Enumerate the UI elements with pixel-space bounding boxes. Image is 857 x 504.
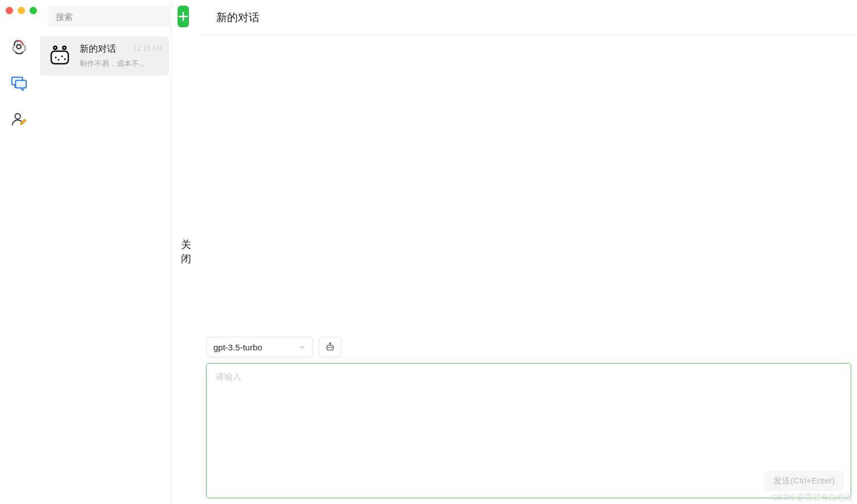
chat-icon bbox=[10, 75, 27, 92]
rail-logo[interactable] bbox=[7, 35, 30, 58]
message-input[interactable] bbox=[207, 363, 851, 498]
main-pane: 新的对话 gpt-3.5-turbo bbox=[200, 0, 857, 504]
conversation-sidebar: 新的对话 制作不易，成本不... 11:19 AM bbox=[38, 0, 172, 504]
svg-point-0 bbox=[17, 44, 21, 49]
svg-point-3 bbox=[15, 114, 20, 119]
close-window-icon[interactable] bbox=[6, 7, 13, 14]
window-traffic-lights[interactable] bbox=[6, 7, 37, 14]
model-select-value: gpt-3.5-turbo bbox=[213, 342, 262, 352]
rail-chat[interactable] bbox=[7, 72, 30, 94]
nav-rail bbox=[0, 0, 38, 504]
svg-rect-2 bbox=[15, 80, 26, 88]
robot-small-icon bbox=[325, 342, 335, 352]
svg-point-9 bbox=[55, 56, 56, 58]
avatar bbox=[48, 43, 72, 67]
svg-point-7 bbox=[64, 47, 65, 49]
robot-icon bbox=[48, 44, 71, 67]
conversation-item[interactable]: 新的对话 制作不易，成本不... 11:19 AM bbox=[40, 36, 169, 76]
collapse-label: 关闭 bbox=[181, 238, 191, 266]
svg-rect-13 bbox=[327, 345, 333, 350]
maximize-window-icon[interactable] bbox=[30, 7, 37, 14]
svg-point-12 bbox=[64, 58, 65, 60]
message-area bbox=[200, 35, 857, 337]
logo-icon bbox=[10, 38, 27, 55]
chat-header: 新的对话 bbox=[200, 0, 857, 35]
rail-user[interactable] bbox=[7, 108, 30, 131]
svg-point-16 bbox=[331, 347, 332, 348]
send-button[interactable]: 发送(Ctrl+Enter) bbox=[764, 471, 844, 491]
minimize-window-icon[interactable] bbox=[18, 7, 25, 14]
svg-point-11 bbox=[61, 55, 63, 57]
message-input-container: 发送(Ctrl+Enter) bbox=[206, 363, 851, 498]
chevron-down-icon bbox=[299, 342, 306, 352]
svg-point-5 bbox=[55, 47, 56, 49]
model-select[interactable]: gpt-3.5-turbo bbox=[206, 337, 313, 357]
svg-point-10 bbox=[57, 59, 59, 60]
search-input[interactable] bbox=[48, 6, 172, 27]
collapse-sidebar-button[interactable]: 关闭 bbox=[172, 0, 200, 504]
svg-rect-8 bbox=[51, 51, 68, 64]
robot-tool-button[interactable] bbox=[319, 337, 341, 357]
svg-point-15 bbox=[328, 347, 329, 348]
user-edit-icon bbox=[10, 111, 27, 128]
conversation-time: 11:19 AM bbox=[133, 44, 162, 52]
chat-title: 新的对话 bbox=[216, 10, 259, 25]
svg-point-14 bbox=[329, 342, 331, 344]
conversation-preview: 制作不易，成本不... bbox=[80, 59, 162, 69]
